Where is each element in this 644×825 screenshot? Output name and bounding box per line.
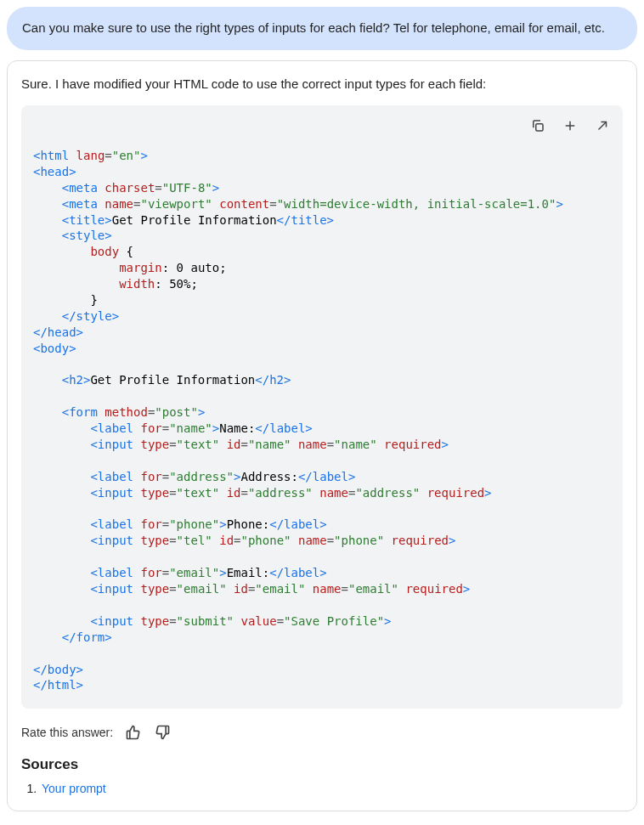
expand-icon[interactable] <box>589 112 616 139</box>
thumbs-up-icon[interactable] <box>125 724 142 741</box>
sources-list: Your prompt <box>40 782 623 795</box>
assistant-answer-card: Sure. I have modified your HTML code to … <box>7 60 637 812</box>
code-block: <html lang="en"> <head> <meta charset="U… <box>21 105 623 709</box>
code-toolbar <box>524 112 616 139</box>
source-link[interactable]: Your prompt <box>42 782 106 795</box>
rate-row: Rate this answer: <box>21 724 623 741</box>
user-message: Can you make sure to use the right types… <box>7 7 637 50</box>
thumbs-down-icon[interactable] <box>154 724 171 741</box>
source-item: Your prompt <box>40 782 623 795</box>
svg-line-3 <box>599 122 607 130</box>
plus-icon[interactable] <box>556 112 584 139</box>
assistant-intro-text: Sure. I have modified your HTML code to … <box>21 75 623 94</box>
code-content[interactable]: <html lang="en"> <head> <meta charset="U… <box>21 105 623 709</box>
svg-rect-0 <box>536 124 543 131</box>
copy-icon[interactable] <box>524 112 551 139</box>
rate-label: Rate this answer: <box>21 726 113 739</box>
sources-heading: Sources <box>21 756 623 773</box>
